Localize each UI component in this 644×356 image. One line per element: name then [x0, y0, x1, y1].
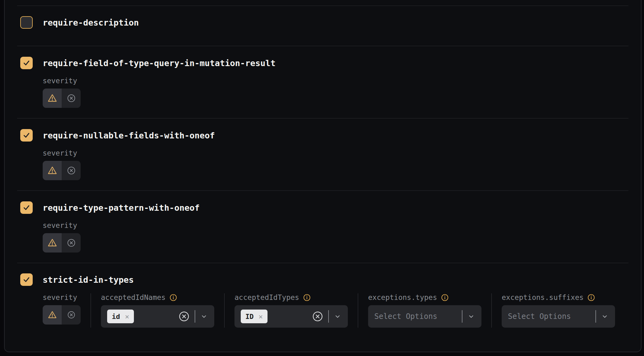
checkmark-icon: [22, 131, 31, 139]
circle-x-icon: [67, 166, 76, 175]
rule-checkbox[interactable]: [20, 129, 33, 142]
circle-x-icon: [67, 94, 76, 103]
circle-x-icon: [67, 238, 76, 248]
severity-label: severity: [43, 221, 628, 229]
selected-tag: id ✕: [107, 310, 134, 323]
severity-warn-button[interactable]: [43, 161, 62, 180]
info-circle-icon[interactable]: [169, 294, 177, 301]
rule-name: require-field-of-type-query-in-mutation-…: [43, 58, 276, 68]
rule-section-require-field-of-type-query-in-mutation-result: require-field-of-type-query-in-mutation-…: [17, 46, 628, 118]
multiselect-acceptedIdNames[interactable]: id ✕: [101, 305, 214, 328]
option-label: acceptedIdTypes: [234, 293, 299, 301]
severity-off-button[interactable]: [62, 161, 81, 180]
tag-label: id: [112, 313, 120, 320]
field-separator: [462, 310, 462, 323]
column-divider: [224, 293, 225, 328]
rule-row: strict-id-in-types: [20, 273, 628, 286]
severity-label: severity: [43, 293, 81, 301]
rule-section-require-type-pattern-with-oneof: require-type-pattern-with-oneof severity: [17, 191, 628, 263]
rule-row: require-type-pattern-with-oneof: [20, 201, 628, 214]
rule-section-strict-id-in-types: strict-id-in-types severity: [17, 263, 628, 328]
rule-config: severity: [43, 149, 628, 180]
chevron-down-icon[interactable]: [467, 312, 475, 320]
select-placeholder: Select Options: [374, 312, 437, 321]
field-separator: [328, 310, 329, 323]
severity-off-button[interactable]: [62, 305, 81, 325]
rule-checkbox[interactable]: [20, 16, 33, 29]
rule-checkbox[interactable]: [20, 201, 33, 214]
rule-row: require-description: [20, 16, 628, 29]
rule-section-require-description: require-description: [17, 6, 628, 46]
field-separator: [595, 310, 596, 323]
clear-selection-icon[interactable]: [178, 310, 190, 322]
rule-name: require-type-pattern-with-oneof: [43, 203, 200, 213]
severity-column: severity: [43, 293, 81, 328]
rule-config-columns: severity accep: [43, 293, 628, 328]
rule-name: strict-id-in-types: [43, 275, 134, 285]
severity-toggle: [43, 161, 81, 180]
rule-section-require-nullable-fields-with-oneof: require-nullable-fields-with-oneof sever…: [17, 118, 628, 191]
chevron-down-icon[interactable]: [334, 312, 342, 320]
severity-off-button[interactable]: [62, 233, 81, 253]
option-column-exceptions-types: exceptions.types Select Options: [368, 293, 481, 328]
panel-top-spacer: [17, 0, 628, 6]
select-placeholder: Select Options: [508, 312, 571, 321]
chevron-down-icon[interactable]: [200, 312, 208, 320]
tag-remove-icon[interactable]: ✕: [125, 313, 129, 320]
multiselect-exceptions-types[interactable]: Select Options: [368, 305, 481, 328]
severity-warn-button[interactable]: [43, 89, 62, 108]
selected-tag: ID ✕: [241, 310, 268, 323]
info-circle-icon[interactable]: [441, 294, 449, 301]
severity-toggle: [43, 233, 81, 253]
option-label: exceptions.types: [368, 293, 437, 301]
severity-toggle: [43, 305, 81, 325]
rule-checkbox[interactable]: [20, 57, 33, 69]
column-divider: [491, 293, 492, 328]
tag-label: ID: [245, 313, 254, 320]
option-column-acceptedIdNames: acceptedIdNames id ✕: [101, 293, 214, 328]
multiselect-exceptions-suffixes[interactable]: Select Options: [502, 305, 615, 328]
rule-config: severity: [43, 221, 628, 253]
checkmark-icon: [22, 204, 31, 212]
column-divider: [358, 293, 358, 328]
checkmark-icon: [22, 59, 31, 67]
chevron-down-icon[interactable]: [601, 312, 609, 320]
option-column-acceptedIdTypes: acceptedIdTypes ID ✕: [234, 293, 348, 328]
circle-x-icon: [67, 310, 76, 319]
warning-triangle-icon: [48, 310, 57, 320]
multiselect-acceptedIdTypes[interactable]: ID ✕: [234, 305, 348, 328]
warning-triangle-icon: [47, 93, 57, 103]
severity-toggle: [43, 89, 81, 108]
severity-warn-button[interactable]: [43, 233, 62, 253]
info-circle-icon[interactable]: [587, 294, 595, 301]
rule-name: require-nullable-fields-with-oneof: [43, 131, 215, 140]
severity-off-button[interactable]: [62, 89, 81, 108]
severity-warn-button[interactable]: [43, 305, 62, 325]
field-separator: [195, 310, 195, 323]
rule-checkbox[interactable]: [20, 273, 33, 286]
rules-panel: require-description require-field-of-typ…: [4, 0, 642, 352]
option-column-exceptions-suffixes: exceptions.suffixes Select Options: [502, 293, 615, 328]
warning-triangle-icon: [47, 166, 57, 176]
warning-triangle-icon: [47, 238, 57, 248]
rule-name: require-description: [43, 18, 139, 27]
column-divider: [91, 293, 91, 328]
option-label: acceptedIdNames: [101, 293, 166, 301]
rule-row: require-nullable-fields-with-oneof: [20, 129, 628, 142]
severity-label: severity: [43, 149, 628, 157]
clear-selection-icon[interactable]: [312, 310, 324, 322]
info-circle-icon[interactable]: [303, 294, 311, 301]
tag-remove-icon[interactable]: ✕: [259, 313, 263, 320]
option-label: exceptions.suffixes: [502, 293, 584, 301]
severity-label: severity: [43, 77, 628, 85]
rule-config: severity: [43, 77, 628, 108]
rule-row: require-field-of-type-query-in-mutation-…: [20, 57, 628, 69]
checkmark-icon: [22, 276, 31, 284]
